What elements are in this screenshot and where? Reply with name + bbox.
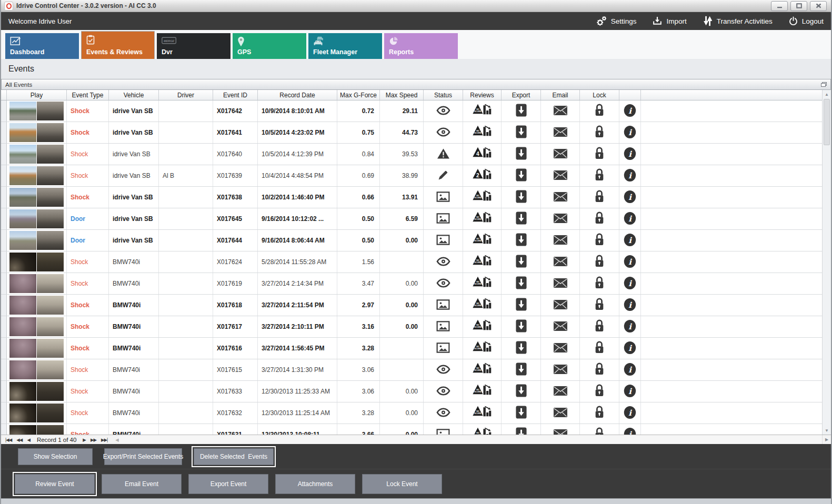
play-thumbnail[interactable] bbox=[9, 209, 64, 228]
lock-icon[interactable] bbox=[594, 146, 605, 162]
email-icon[interactable] bbox=[553, 213, 568, 225]
column-header-vehicle[interactable]: Vehicle bbox=[109, 90, 159, 100]
hscroll-right-arrow[interactable]: ▶ bbox=[822, 435, 831, 444]
next-page-button[interactable]: ▶▶ bbox=[91, 437, 96, 442]
review-score-icon[interactable]: NOSCORE bbox=[473, 384, 492, 400]
email-icon[interactable] bbox=[553, 170, 568, 182]
info-icon[interactable]: i bbox=[623, 406, 637, 421]
info-icon[interactable]: i bbox=[623, 276, 637, 291]
lock-icon[interactable] bbox=[594, 125, 605, 140]
export-icon[interactable] bbox=[515, 384, 527, 399]
info-icon[interactable]: i bbox=[623, 384, 637, 399]
row-selector[interactable] bbox=[1, 187, 7, 208]
event-row[interactable]: ShockBMW740iX0176163/27/2014 1:56:45 PM3… bbox=[1, 338, 831, 359]
export-icon[interactable] bbox=[515, 211, 527, 227]
play-thumbnail[interactable] bbox=[9, 166, 64, 185]
info-icon[interactable]: i bbox=[623, 147, 637, 162]
row-selector[interactable] bbox=[1, 273, 7, 294]
last-record-button[interactable]: ▶▶| bbox=[101, 437, 107, 442]
button-lock-event[interactable]: Lock Event bbox=[362, 474, 442, 494]
email-icon[interactable] bbox=[553, 127, 568, 139]
export-icon[interactable] bbox=[515, 103, 527, 119]
email-icon[interactable] bbox=[553, 364, 568, 376]
info-icon[interactable]: i bbox=[623, 255, 637, 270]
minimize-button[interactable] bbox=[771, 1, 788, 11]
column-header-event-type[interactable]: Event Type bbox=[67, 90, 109, 100]
review-score-icon[interactable]: NOSCORE bbox=[473, 276, 492, 292]
play-thumbnail[interactable] bbox=[9, 296, 64, 315]
event-row[interactable]: ShockBMW740iX01763312/30/2013 11:25:33 A… bbox=[1, 381, 831, 402]
event-row[interactable]: ShockBMW740iX0176173/27/2014 2:10:11 PM3… bbox=[1, 316, 831, 338]
column-header-event-id[interactable]: Event ID bbox=[213, 90, 258, 100]
button-review-event[interactable]: Review Event bbox=[15, 474, 95, 494]
info-icon[interactable]: i bbox=[623, 190, 637, 205]
info-icon[interactable]: i bbox=[623, 211, 637, 227]
email-icon[interactable] bbox=[553, 278, 568, 290]
column-header-reviews[interactable]: Reviews bbox=[463, 90, 502, 100]
scroll-up-arrow[interactable]: ▲ bbox=[823, 90, 831, 98]
row-selector[interactable] bbox=[1, 424, 7, 435]
play-thumbnail[interactable] bbox=[9, 360, 64, 379]
event-row[interactable]: Dooridrive Van SBX0176449/16/2014 8:06:4… bbox=[1, 230, 831, 251]
review-score-icon[interactable]: NOSCORE bbox=[473, 362, 492, 378]
restore-panel-icon[interactable] bbox=[821, 82, 827, 87]
export-icon[interactable] bbox=[515, 319, 527, 335]
event-row[interactable]: Shockidrive Van SBX01764010/5/2014 4:12:… bbox=[1, 144, 831, 165]
event-row[interactable]: ShockBMW740iX0176183/27/2014 2:11:54 PM2… bbox=[1, 295, 831, 316]
button-export-event[interactable]: Export Event bbox=[188, 474, 268, 494]
button-email-event[interactable]: Email Event bbox=[102, 474, 182, 494]
export-icon[interactable] bbox=[515, 405, 527, 421]
row-selector[interactable] bbox=[1, 122, 7, 143]
event-row[interactable]: ShockBMW740iX0176193/27/2014 2:14:34 PM3… bbox=[1, 273, 831, 295]
lock-icon[interactable] bbox=[594, 276, 605, 291]
export-icon[interactable] bbox=[515, 362, 527, 378]
play-thumbnail[interactable] bbox=[9, 123, 64, 142]
email-icon[interactable] bbox=[553, 191, 568, 204]
row-selector[interactable] bbox=[1, 251, 7, 273]
review-score-icon[interactable]: NOSCORE bbox=[473, 254, 492, 270]
lock-icon[interactable] bbox=[594, 211, 605, 227]
row-selector[interactable] bbox=[1, 381, 7, 402]
review-score-icon[interactable]: NOSCORE bbox=[473, 427, 492, 435]
event-row[interactable]: Dooridrive Van SBX0176459/16/2014 10:12:… bbox=[1, 208, 831, 230]
event-row[interactable]: Shockidrive Van SBX01764110/5/2014 4:23:… bbox=[1, 122, 831, 144]
row-selector[interactable] bbox=[1, 295, 7, 316]
event-row[interactable]: Shockidrive Van SBAl BX01763910/4/2014 4… bbox=[1, 165, 831, 187]
column-header-play[interactable]: Play bbox=[7, 90, 67, 100]
email-icon[interactable] bbox=[553, 342, 568, 355]
email-icon[interactable] bbox=[553, 235, 568, 247]
email-icon[interactable] bbox=[553, 256, 568, 268]
email-icon[interactable] bbox=[553, 148, 568, 160]
review-score-icon[interactable]: 2 bbox=[473, 168, 492, 184]
row-selector[interactable] bbox=[1, 208, 7, 229]
export-icon[interactable] bbox=[515, 254, 527, 270]
tab-fleet-manager[interactable]: Fleet Manager bbox=[308, 33, 382, 59]
column-header-lock[interactable]: Lock bbox=[580, 90, 619, 100]
email-icon[interactable] bbox=[553, 105, 568, 117]
hscroll-track[interactable] bbox=[119, 435, 822, 444]
scrollbar-thumb[interactable] bbox=[824, 99, 830, 145]
email-icon[interactable] bbox=[553, 429, 568, 435]
button-attachments[interactable]: Attachments bbox=[275, 474, 355, 494]
tab-events-reviews[interactable]: Events & Reviews bbox=[81, 31, 155, 59]
info-icon[interactable]: i bbox=[623, 319, 637, 335]
column-header-export[interactable]: Export bbox=[502, 90, 541, 100]
lock-icon[interactable] bbox=[594, 233, 605, 248]
review-score-icon[interactable]: NOSCORE bbox=[473, 405, 492, 421]
play-thumbnail[interactable] bbox=[9, 317, 64, 336]
column-header-max-speed[interactable]: Max Speed bbox=[380, 90, 424, 100]
info-icon[interactable]: i bbox=[623, 427, 637, 435]
tab-dashboard[interactable]: Dashboard bbox=[5, 33, 79, 59]
review-score-icon[interactable]: NOSCORE bbox=[473, 233, 492, 249]
toolbar-action-logout[interactable]: Logout bbox=[788, 16, 824, 26]
info-icon[interactable]: i bbox=[623, 104, 637, 119]
play-thumbnail[interactable] bbox=[9, 102, 64, 120]
export-icon[interactable] bbox=[515, 427, 527, 435]
export-icon[interactable] bbox=[515, 276, 527, 291]
review-score-icon[interactable]: 4 bbox=[473, 146, 492, 163]
toolbar-action-settings[interactable]: Settings bbox=[596, 16, 637, 26]
event-row[interactable]: Shockidrive Van SBX01763810/2/2014 1:46:… bbox=[1, 187, 831, 208]
export-icon[interactable] bbox=[515, 125, 527, 140]
column-header-record-date[interactable]: Record Date bbox=[258, 90, 337, 100]
play-thumbnail[interactable] bbox=[9, 188, 64, 207]
